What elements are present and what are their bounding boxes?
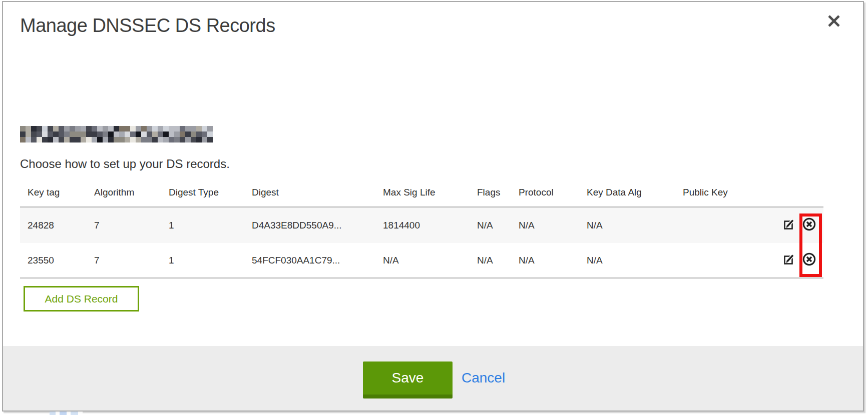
column-header-algorithm: Algorithm (94, 184, 169, 198)
cell-protocol: N/A (519, 220, 587, 231)
column-header-public-key: Public Key (683, 184, 758, 198)
cell-max-sig-life: 1814400 (383, 220, 477, 231)
delete-record-button[interactable] (801, 218, 816, 233)
edit-pencil-icon (783, 218, 795, 232)
cell-algorithm: 7 (94, 220, 169, 231)
manage-dnssec-dialog: Manage DNSSEC DS Records Choose how to s… (2, 1, 864, 412)
cell-key-tag: 23550 (28, 255, 94, 266)
add-ds-record-button[interactable]: Add DS Record (24, 286, 139, 312)
instructions-text: Choose how to set up your DS records. (20, 157, 230, 171)
close-icon (827, 14, 841, 30)
cell-algorithm: 7 (94, 255, 169, 266)
cell-flags: N/A (477, 220, 519, 231)
delete-record-button[interactable] (801, 253, 816, 268)
edit-pencil-icon (783, 253, 795, 268)
background-page-fragment (50, 412, 83, 415)
edit-record-button[interactable] (782, 253, 797, 268)
cancel-link[interactable]: Cancel (462, 370, 505, 386)
ds-records-table: Key tag Algorithm Digest Type Digest Max… (20, 184, 823, 278)
column-header-digest: Digest (252, 184, 383, 198)
cell-protocol: N/A (519, 255, 587, 266)
column-header-key-tag: Key tag (28, 184, 94, 198)
table-header-row: Key tag Algorithm Digest Type Digest Max… (20, 184, 823, 208)
screen: Manage DNSSEC DS Records Choose how to s… (0, 0, 868, 415)
circle-x-delete-icon (802, 252, 816, 268)
column-header-key-data-alg: Key Data Alg (587, 184, 683, 198)
cell-key-data-alg: N/A (587, 255, 683, 266)
save-button[interactable]: Save (363, 362, 453, 398)
edit-record-button[interactable] (782, 218, 797, 233)
column-header-digest-type: Digest Type (169, 184, 252, 198)
table-row: 24828 7 1 D4A33E8DD550A9... 1814400 N/A … (20, 208, 823, 243)
dialog-footer: Save Cancel (3, 346, 863, 410)
cell-digest: D4A33E8DD550A9... (252, 220, 383, 231)
redacted-domain (20, 126, 213, 142)
cell-digest-type: 1 (169, 220, 252, 231)
circle-x-delete-icon (802, 218, 816, 234)
column-header-max-sig-life: Max Sig Life (383, 184, 477, 198)
cell-flags: N/A (477, 255, 519, 266)
dialog-title: Manage DNSSEC DS Records (20, 15, 275, 36)
column-header-flags: Flags (477, 184, 519, 198)
close-button[interactable] (825, 13, 843, 31)
cell-digest: 54FCF030AA1C79... (252, 255, 383, 266)
table-row: 23550 7 1 54FCF030AA1C79... N/A N/A N/A … (20, 243, 823, 278)
cell-digest-type: 1 (169, 255, 252, 266)
cell-max-sig-life: N/A (383, 255, 477, 266)
column-header-protocol: Protocol (519, 184, 587, 198)
cell-key-tag: 24828 (28, 220, 94, 231)
cell-key-data-alg: N/A (587, 220, 683, 231)
